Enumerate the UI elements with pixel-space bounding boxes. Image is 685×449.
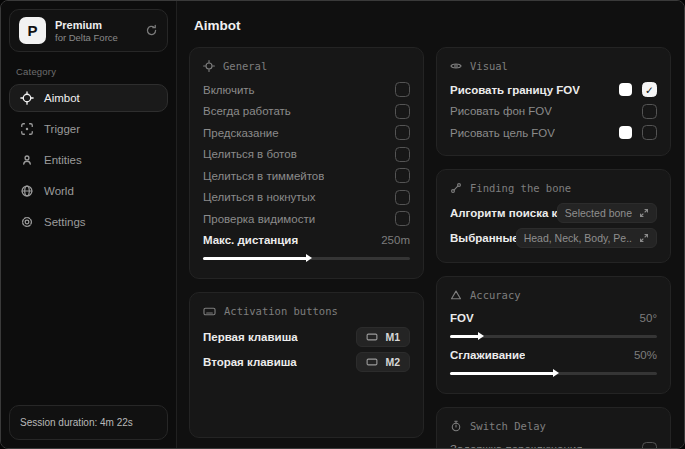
checkbox[interactable]: [395, 168, 410, 183]
keybind-button-m1[interactable]: M1: [356, 327, 410, 347]
visual-row: Рисовать цель FOV: [450, 122, 657, 144]
trigger-scope-icon: [20, 122, 34, 136]
visual-controls: [642, 104, 657, 119]
keybind-label: Вторая клавиша: [203, 356, 297, 368]
toggle-row: Целиться в нокнутых: [203, 187, 410, 209]
panel-title-label: Visual: [470, 60, 508, 72]
toggle-row: Целиться в тиммейтов: [203, 165, 410, 187]
keybind-button-m2[interactable]: M2: [356, 352, 410, 372]
color-swatch[interactable]: [619, 83, 632, 96]
crosshair-icon: [20, 91, 34, 105]
keybind-row: Вторая клавиша M2: [203, 350, 410, 375]
keyboard-icon: [366, 331, 378, 343]
toggle-label: Целиться в нокнутых: [203, 191, 316, 203]
dropdown-label: Алгоритм поиска кост: [450, 207, 557, 219]
bone-algorithm-select[interactable]: Selected bone: [557, 203, 657, 223]
sidebar-item-trigger[interactable]: Trigger: [9, 115, 168, 143]
slider-label: Сглаживание: [450, 349, 525, 361]
select-value: Head, Neck, Body, Pe..: [524, 232, 632, 244]
slider-row: FOV 50°: [450, 308, 657, 330]
general-panel: General Включить Всегда работать Предска…: [189, 47, 424, 279]
checkbox[interactable]: [395, 104, 410, 119]
accuracy-panel: Accuracy FOV 50° Сглаживание 50%: [436, 276, 671, 394]
dropdown-label: Выбранные кос: [450, 232, 516, 244]
fov-slider[interactable]: [450, 335, 657, 338]
sidebar-nav: Aimbot Trigger Entities: [9, 84, 168, 239]
toggle-label: Всегда работать: [203, 105, 291, 117]
toggle-row: Целиться в ботов: [203, 144, 410, 166]
session-duration-label: Session duration: 4m 22s: [20, 417, 133, 428]
switch-delay-panel: Switch Delay Задержка переключения Задер…: [436, 407, 671, 449]
category-label: Category: [16, 66, 161, 77]
slider-fill: [203, 257, 307, 260]
slider-label: Макс. дистанция: [203, 234, 298, 246]
max-distance-slider[interactable]: [203, 257, 410, 260]
panel-title-label: General: [223, 60, 267, 72]
keybind-row: Первая клавиша M1: [203, 325, 410, 350]
checkbox[interactable]: [395, 125, 410, 140]
eye-icon: [450, 60, 462, 72]
checkbox[interactable]: [395, 147, 410, 162]
checkbox[interactable]: [642, 125, 657, 140]
sidebar-item-aimbot[interactable]: Aimbot: [9, 84, 168, 112]
slider-value: 50%: [634, 349, 657, 361]
toggle-row: Всегда работать: [203, 101, 410, 123]
sidebar-item-settings[interactable]: Settings: [9, 208, 168, 236]
sidebar-item-label: Aimbot: [44, 92, 80, 104]
visual-label: Рисовать цель FOV: [450, 127, 555, 139]
toggle-label: Предсказание: [203, 127, 279, 139]
brand-text: Premium for Delta Force: [55, 19, 118, 43]
activation-buttons-panel: Activation buttons Первая клавиша M1: [189, 292, 424, 439]
select-value: Selected bone: [565, 207, 632, 219]
keybind-label: Первая клавиша: [203, 331, 298, 343]
refresh-icon[interactable]: [145, 24, 158, 37]
checkbox[interactable]: [642, 82, 657, 97]
panel-title-label: Switch Delay: [470, 420, 546, 432]
sidebar-item-world[interactable]: World: [9, 177, 168, 205]
slider-row: Макс. дистанция 250m: [203, 230, 410, 252]
visual-panel: Visual Рисовать границу FOV Рисовать фон…: [436, 47, 671, 156]
checkbox[interactable]: [642, 442, 657, 449]
stopwatch-icon: [450, 420, 462, 432]
toggle-row: Проверка видимости: [203, 208, 410, 230]
sidebar-item-label: Entities: [44, 154, 82, 166]
brand-card: P Premium for Delta Force: [9, 9, 168, 52]
slider-value: 250m: [381, 234, 410, 246]
toggle-label: Включить: [203, 84, 255, 96]
checkbox[interactable]: [642, 104, 657, 119]
toggle-row: Предсказание: [203, 122, 410, 144]
visual-panel-header: Visual: [450, 60, 657, 72]
smoothing-slider[interactable]: [450, 372, 657, 375]
visual-row: Рисовать фон FOV: [450, 101, 657, 123]
bone-icon: [450, 182, 462, 194]
main-content: Aimbot General Включить: [177, 1, 684, 448]
checkbox[interactable]: [395, 211, 410, 226]
keybind-value: M1: [385, 331, 400, 343]
toggle-row: Включить: [203, 79, 410, 101]
toggle-label: Целиться в тиммейтов: [203, 170, 324, 182]
toggle-label: Задержка переключения: [450, 443, 582, 449]
color-swatch[interactable]: [619, 126, 632, 139]
panel-title-label: Accuracy: [470, 289, 521, 301]
sidebar-item-label: Settings: [44, 216, 86, 228]
toggle-label: Целиться в ботов: [203, 148, 297, 160]
gear-icon: [20, 215, 34, 229]
keybind-value: M2: [385, 356, 400, 368]
toggle-row: Задержка переключения: [450, 439, 657, 449]
accuracy-panel-header: Accuracy: [450, 289, 657, 301]
visual-controls: [619, 82, 657, 97]
triangle-icon: [450, 289, 462, 301]
sidebar-item-entities[interactable]: Entities: [9, 146, 168, 174]
checkbox[interactable]: [395, 190, 410, 205]
app-logo: P: [19, 17, 46, 44]
slider-fill: [450, 372, 554, 375]
brand-subtitle: for Delta Force: [55, 32, 118, 43]
brand-title: Premium: [55, 19, 118, 31]
slider-value: 50°: [640, 312, 657, 324]
selected-bones-select[interactable]: Head, Neck, Body, Pe..: [516, 228, 657, 248]
dropdown-row: Выбранные кос Head, Neck, Body, Pe..: [450, 226, 657, 251]
expand-icon: [639, 233, 649, 243]
left-column: General Включить Всегда работать Предска…: [189, 47, 424, 438]
checkbox[interactable]: [395, 82, 410, 97]
visual-label: Рисовать границу FOV: [450, 84, 580, 96]
